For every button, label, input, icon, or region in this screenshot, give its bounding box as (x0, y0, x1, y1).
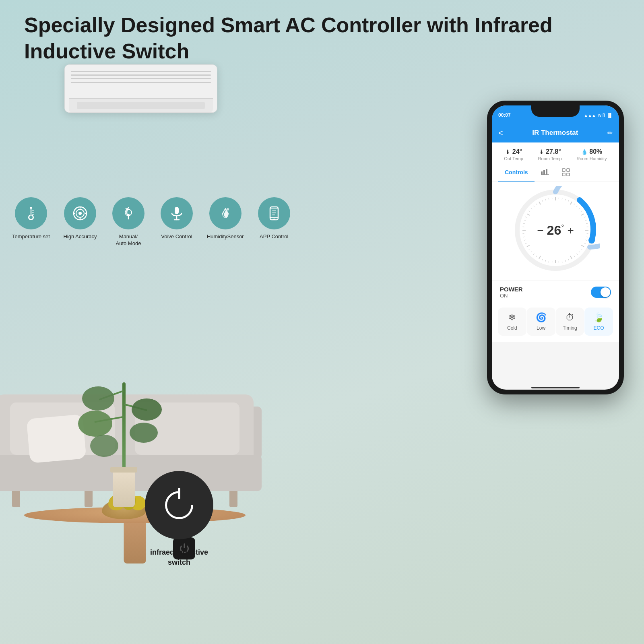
edit-button[interactable]: ✏ (607, 129, 613, 137)
svg-rect-17 (175, 207, 179, 214)
tab-chart[interactable] (535, 165, 555, 182)
feature-voice: Voive Control (159, 197, 195, 240)
phone-notch (531, 105, 580, 117)
svg-point-20 (227, 208, 229, 211)
svg-point-24 (273, 219, 275, 220)
svg-rect-29 (543, 170, 545, 175)
temp-display: 26° (547, 223, 564, 238)
status-time: 00:07 (498, 112, 511, 118)
low-label: Low (537, 325, 545, 331)
title-section: Specially Designed Smart AC Controller w… (24, 12, 620, 64)
room-temp-sensor: 🌡 27.8° Room Temp (538, 148, 562, 161)
svg-rect-25 (272, 211, 276, 211)
svg-line-66 (562, 261, 562, 262)
svg-line-81 (523, 237, 525, 237)
decrease-temp-button[interactable]: − (537, 224, 543, 237)
svg-line-48 (581, 214, 584, 215)
battery-icon: ▐▌ (607, 113, 613, 118)
voice-icon (161, 197, 193, 229)
wifi-icon: wifi (598, 112, 605, 118)
svg-rect-2 (30, 208, 31, 216)
svg-line-64 (568, 259, 569, 260)
high-accuracy-label: High Accuracy (63, 233, 97, 240)
svg-line-86 (524, 220, 526, 221)
svg-line-70 (549, 261, 549, 262)
manual-auto-icon (112, 197, 144, 229)
svg-line-89 (529, 211, 530, 212)
svg-line-56 (585, 240, 587, 240)
svg-line-55 (586, 237, 588, 237)
svg-point-3 (29, 216, 33, 219)
svg-point-9 (78, 212, 82, 215)
power-info: POWER ON (500, 286, 523, 299)
svg-line-75 (533, 254, 535, 255)
ir-switch-label: infraed inductiveswitch (150, 547, 208, 568)
tab-controls[interactable]: Controls (498, 165, 535, 182)
mode-timing[interactable]: ⏱ Timing (556, 308, 584, 336)
svg-line-47 (581, 211, 582, 212)
svg-line-62 (574, 256, 575, 257)
svg-rect-26 (272, 213, 276, 213)
mode-low[interactable]: 🌀 Low (527, 308, 555, 336)
svg-line-40 (562, 198, 562, 200)
voice-label: Voive Control (161, 233, 192, 240)
eco-label: ECO (594, 325, 604, 331)
svg-line-45 (576, 206, 578, 207)
humidity-icon (209, 197, 242, 229)
svg-rect-35 (567, 173, 570, 176)
svg-line-43 (570, 202, 572, 204)
svg-line-76 (531, 251, 532, 252)
humidity-value: 💧 80% (576, 148, 607, 155)
back-button[interactable]: < (498, 128, 503, 138)
increase-temp-button[interactable]: + (567, 224, 574, 237)
power-toggle[interactable] (591, 287, 611, 298)
feature-humidity: HumiditySensor (207, 197, 244, 240)
sensor-row: 🌡 24° Out Temp 🌡 27.8° Room Temp 💧 80% R… (492, 142, 619, 165)
svg-line-90 (531, 208, 532, 209)
toggle-knob (601, 287, 610, 297)
home-bar (531, 387, 580, 388)
thermostat-section: − 26° + (492, 182, 619, 281)
svg-line-44 (574, 204, 575, 205)
timing-icon: ⏱ (566, 312, 574, 323)
svg-line-74 (536, 256, 537, 257)
humidity-label: Room Humidity (576, 156, 607, 161)
app-label: APP Control (260, 233, 288, 240)
features-row: Temperature set High Accuracy (12, 197, 342, 247)
high-accuracy-icon (64, 197, 96, 229)
phone-header: < IR Thermostat ✏ (492, 123, 619, 142)
manual-auto-label: Manual/Auto Mode (116, 233, 141, 247)
svg-line-71 (545, 260, 546, 262)
svg-line-58 (581, 245, 584, 247)
mode-grid: ❄ Cold 🌀 Low ⏱ Timing 🍃 ECO (492, 303, 619, 342)
power-label: POWER (500, 286, 523, 293)
tab-grid[interactable] (555, 165, 576, 182)
header-title: IR Thermostat (532, 129, 578, 137)
app-icon (258, 197, 290, 229)
ac-unit (64, 64, 217, 113)
cold-label: Cold (507, 325, 517, 331)
svg-line-79 (525, 243, 527, 244)
svg-line-77 (529, 249, 530, 250)
out-temp-value: 🌡 24° (504, 148, 523, 155)
mode-cold[interactable]: ❄ Cold (498, 308, 526, 336)
timing-label: Timing (563, 325, 577, 331)
cold-icon: ❄ (508, 312, 516, 323)
svg-rect-27 (272, 215, 275, 215)
svg-line-95 (545, 199, 546, 200)
svg-line-49 (584, 217, 586, 218)
svg-line-41 (565, 199, 566, 200)
mode-eco[interactable]: 🍃 ECO (584, 308, 613, 336)
svg-line-59 (581, 249, 582, 250)
svg-rect-33 (567, 169, 570, 171)
svg-line-87 (525, 217, 527, 218)
out-temp-label: Out Temp (504, 156, 523, 161)
svg-line-50 (585, 220, 587, 221)
room-temp-label: Room Temp (538, 156, 562, 161)
room-temp-value: 🌡 27.8° (538, 148, 562, 155)
phone-screen: 00:07 ▲▲▲ wifi ▐▌ < IR Thermostat ✏ 🌡 24… (492, 105, 619, 390)
plant (113, 382, 135, 507)
temp-set-icon (15, 197, 47, 229)
feature-high-accuracy: High Accuracy (62, 197, 98, 240)
svg-line-63 (570, 256, 572, 259)
